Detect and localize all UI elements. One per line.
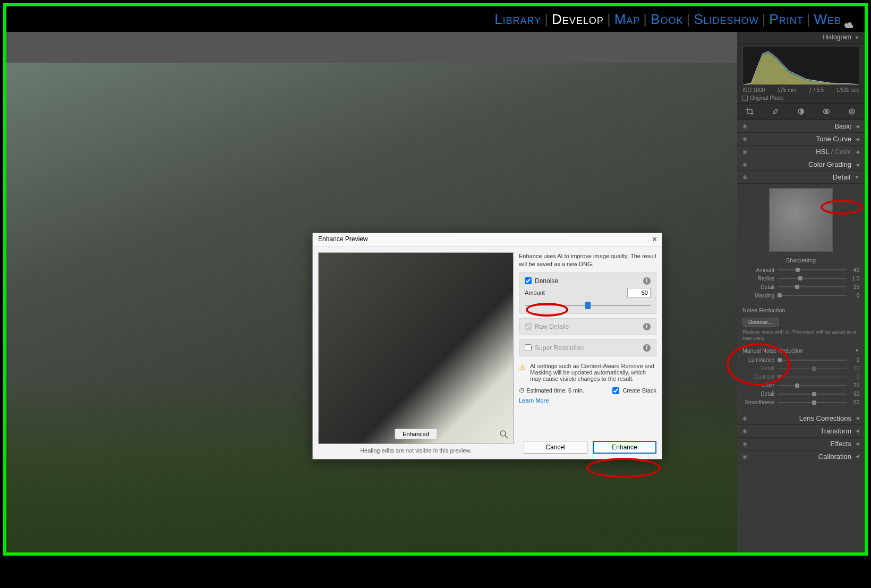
denoise-button[interactable]: Denoise… <box>742 318 779 327</box>
raw-details-checkbox: Raw Details <box>525 323 569 330</box>
tool-strip <box>737 103 865 120</box>
tab-web[interactable]: Web <box>814 11 841 28</box>
enhance-preview-image[interactable]: Enhanced <box>318 252 514 444</box>
section-basic[interactable]: ◉Basic◀ <box>737 120 865 133</box>
histogram-box: ISO 1600 175 mm ƒ / 3.5 1/500 sec Origin… <box>737 44 865 103</box>
learn-more-link[interactable]: Learn More <box>519 397 656 404</box>
nr-luminance-slider[interactable]: Luminance0 <box>742 356 859 364</box>
healing-note: Healing edits are not visible in this pr… <box>318 447 514 454</box>
redeye-tool-icon[interactable] <box>821 106 832 117</box>
histogram-header[interactable]: Histogram▼ <box>737 32 865 44</box>
info-icon[interactable]: i <box>643 344 651 352</box>
info-icon[interactable]: i <box>643 277 651 285</box>
chevron-down-icon: ▼ <box>855 175 859 180</box>
nr-detail-slider[interactable]: Detail50 <box>742 364 859 373</box>
section-effects[interactable]: ◉Effects◀ <box>737 438 865 450</box>
cloud-sync-icon[interactable] <box>843 15 854 23</box>
section-detail[interactable]: ◉Detail▼ <box>737 171 865 184</box>
chevron-left-icon: ◀ <box>856 162 859 167</box>
histogram-graph[interactable] <box>742 47 859 85</box>
tab-map[interactable]: Map <box>614 11 641 28</box>
eye-icon[interactable]: ◉ <box>742 148 748 155</box>
eye-icon[interactable]: ◉ <box>742 415 748 422</box>
eye-icon[interactable]: ◉ <box>742 123 748 130</box>
svg-point-6 <box>500 431 506 436</box>
svg-point-5 <box>851 110 853 113</box>
info-icon[interactable]: i <box>643 323 651 330</box>
dialog-intro-text: Enhance uses AI to improve image quality… <box>519 252 656 268</box>
zoom-icon[interactable] <box>499 430 509 439</box>
chevron-left-icon: ◀ <box>856 428 859 433</box>
exposure-metadata: ISO 1600 175 mm ƒ / 3.5 1/500 sec <box>742 87 859 93</box>
develop-right-panel: Histogram▼ ISO 1600 175 mm ƒ / 3.5 1/500… <box>737 32 865 552</box>
chevron-left-icon: ◀ <box>856 124 859 129</box>
warning-icon: ⚠ <box>519 363 526 382</box>
close-icon[interactable]: ✕ <box>652 235 657 243</box>
detail-preview-thumb[interactable] <box>769 188 833 252</box>
chevron-left-icon: ◀ <box>856 454 859 459</box>
svg-rect-0 <box>773 109 778 114</box>
section-tone-curve[interactable]: ◉Tone Curve◀ <box>737 133 865 146</box>
chevron-left-icon: ◀ <box>856 415 859 421</box>
eye-icon[interactable]: ◉ <box>742 174 748 181</box>
nr-color-detail-slider[interactable]: Detail50 <box>742 390 859 398</box>
section-lens-corrections[interactable]: ◉Lens Corrections◀ <box>737 412 865 425</box>
eye-icon[interactable]: ◉ <box>742 161 748 168</box>
raw-details-option-box: Raw Details i <box>519 318 656 335</box>
svg-point-4 <box>849 109 855 114</box>
section-color-grading[interactable]: ◉Color Grading◀ <box>737 158 865 171</box>
crop-tool-icon[interactable] <box>745 106 755 117</box>
tab-develop[interactable]: Develop <box>552 11 604 28</box>
tab-library[interactable]: Library <box>494 11 541 28</box>
amount-input[interactable] <box>627 288 651 297</box>
ai-warning-text: ⚠ AI settings such as Content-Aware Remo… <box>519 363 656 382</box>
mask-tool-icon[interactable] <box>796 106 806 117</box>
original-photo-toggle[interactable]: Original Photo <box>742 95 859 101</box>
denoise-checkbox[interactable]: Denoise <box>525 277 558 285</box>
enhance-preview-dialog: Enhance Preview ✕ Enhanced Healing edits… <box>312 233 662 459</box>
manual-nr-header: Manual Noise Reduction <box>742 347 803 354</box>
eye-icon[interactable]: ◉ <box>742 135 748 142</box>
sharpening-header: Sharpening <box>742 257 859 263</box>
denoise-description: Reduce noise with AI. The result will be… <box>742 329 859 342</box>
denoise-option-box: Denoise i Amount <box>519 272 656 314</box>
sharpen-detail-slider[interactable]: Detail25 <box>742 283 859 291</box>
enhance-button[interactable]: Enhance <box>593 441 656 454</box>
section-hsl-color[interactable]: ◉HSL / Color◀ <box>737 146 865 158</box>
heal-tool-icon[interactable] <box>770 106 781 117</box>
nr-contrast-slider[interactable]: Contrast0 <box>742 373 859 381</box>
svg-point-3 <box>825 110 827 113</box>
eye-icon[interactable]: ◉ <box>742 453 748 460</box>
nr-smoothness-slider[interactable]: Smoothness50 <box>742 398 859 407</box>
presets-tool-icon[interactable] <box>847 106 857 117</box>
sharpen-amount-slider[interactable]: Amount40 <box>742 266 859 274</box>
super-resolution-checkbox[interactable]: Super Resolution <box>525 344 584 352</box>
enhanced-badge: Enhanced <box>395 429 437 439</box>
section-transform[interactable]: ◉Transform◀ <box>737 425 865 438</box>
chevron-down-icon[interactable]: ▼ <box>855 348 859 353</box>
eye-icon[interactable]: ◉ <box>742 440 748 447</box>
tab-book[interactable]: Book <box>651 11 683 28</box>
estimated-time: ⏱ Estimated time: 6 min. <box>519 387 584 394</box>
sharpen-masking-slider[interactable]: Masking0 <box>742 291 859 300</box>
amount-label: Amount <box>525 289 545 296</box>
create-stack-checkbox[interactable]: Create Stack <box>612 387 656 394</box>
tab-slideshow[interactable]: Slideshow <box>694 11 758 28</box>
tab-print[interactable]: Print <box>769 11 803 28</box>
chevron-left-icon: ◀ <box>856 149 859 155</box>
nr-color-slider[interactable]: Color25 <box>742 381 859 390</box>
chevron-down-icon: ▼ <box>855 35 859 40</box>
detail-panel-body: Sharpening Amount40 Radius1.0 Detail25 M… <box>737 184 865 412</box>
noise-reduction-header: Noise Reduction <box>742 307 859 313</box>
super-resolution-option-box: Super Resolution i <box>519 339 656 356</box>
dialog-titlebar[interactable]: Enhance Preview ✕ <box>313 233 662 247</box>
cancel-button[interactable]: Cancel <box>524 441 587 454</box>
sharpen-radius-slider[interactable]: Radius1.0 <box>742 274 859 283</box>
section-calibration[interactable]: ◉Calibration◀ <box>737 450 865 463</box>
chevron-left-icon: ◀ <box>856 137 859 142</box>
amount-slider[interactable] <box>525 302 651 309</box>
chevron-left-icon: ◀ <box>856 441 859 446</box>
eye-icon[interactable]: ◉ <box>742 428 748 434</box>
module-picker: Library| Develop| Map| Book| Slideshow| … <box>6 6 865 32</box>
